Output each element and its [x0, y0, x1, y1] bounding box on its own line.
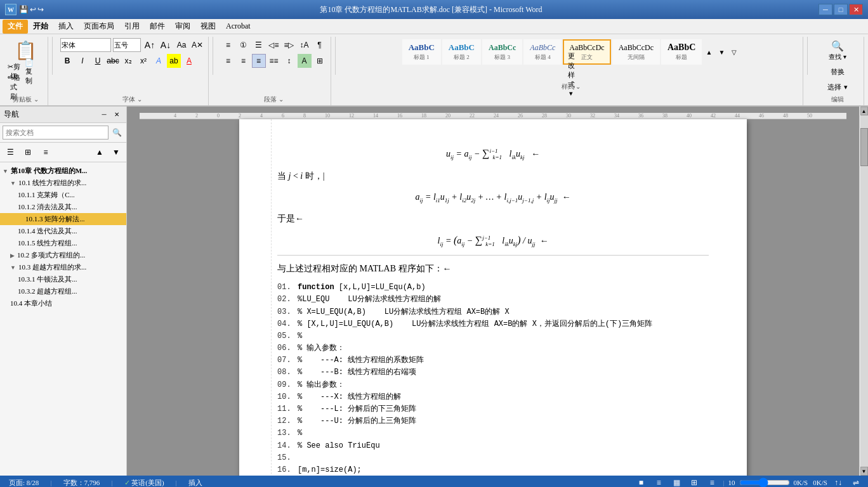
increase-indent-button[interactable]: ≡▷: [282, 38, 296, 52]
style-heading3[interactable]: AaBbCc 标题 3: [482, 39, 522, 65]
find-button[interactable]: 🔍 查找 ▾: [815, 38, 860, 63]
menu-layout[interactable]: 页面布局: [79, 20, 119, 34]
outline-btn[interactable]: ⊞: [687, 476, 701, 487]
nav-pages-view[interactable]: ⊞: [20, 145, 36, 159]
nav-results-view[interactable]: ≡: [38, 145, 53, 159]
save-quick-btn[interactable]: 💾: [19, 5, 29, 15]
tree-section10-2[interactable]: ▶ 10.2 多项式方程组的...: [0, 249, 126, 261]
draft-btn[interactable]: ≡: [705, 476, 719, 487]
nav-scroll-down[interactable]: ▼: [109, 145, 124, 159]
shading-button[interactable]: A: [298, 54, 312, 68]
numbering-button[interactable]: ①: [237, 38, 251, 52]
code-line-01: 01. function [x,L,U]=LU_Equ(A,b): [277, 282, 709, 294]
highlight-button[interactable]: ab: [167, 54, 181, 68]
styles-more[interactable]: ▽: [728, 46, 740, 58]
multilevel-button[interactable]: ☰: [252, 38, 266, 52]
line-spacing-button[interactable]: ↕: [282, 54, 296, 68]
italic-button[interactable]: I: [76, 54, 89, 68]
vertical-scrollbar[interactable]: ▲ ▼: [859, 107, 868, 476]
change-styles-button[interactable]: 更改样式 ▾: [564, 67, 578, 81]
scroll-indicator[interactable]: ↑↓: [831, 476, 845, 487]
nav-scroll-up[interactable]: ▲: [92, 145, 107, 159]
tree-10-3-1[interactable]: 10.3.1 牛顿法及其...: [0, 273, 126, 285]
text-effects-button[interactable]: A: [152, 54, 166, 68]
font-size-input[interactable]: [113, 38, 141, 52]
styles-scroll-down[interactable]: ▼: [716, 46, 727, 58]
tree-10-1-2[interactable]: 10.1.2 消去法及其...: [0, 201, 126, 213]
zoom-slider[interactable]: [739, 479, 790, 486]
bullets-button[interactable]: ≡: [221, 38, 235, 52]
format-painter-button[interactable]: ✏格式刷: [7, 80, 21, 94]
tree-item-label: 10.2 多项式方程组的...: [17, 250, 85, 260]
styles-scroll-up[interactable]: ▲: [703, 46, 714, 58]
tree-section10-4[interactable]: 10.4 本章小结: [0, 297, 126, 309]
menu-references[interactable]: 引用: [119, 20, 145, 34]
decrease-indent-button[interactable]: ◁≡: [267, 38, 281, 52]
replace-button[interactable]: 替换: [815, 65, 860, 79]
select-button[interactable]: 选择 ▾: [815, 81, 860, 94]
nav-search-button[interactable]: 🔍: [110, 126, 124, 140]
align-center-button[interactable]: ≡: [237, 54, 251, 68]
close-button[interactable]: ✕: [849, 4, 863, 15]
print-layout-btn[interactable]: ■: [634, 476, 648, 487]
tree-10-1-1[interactable]: 10.1.1 克莱姆（C...: [0, 189, 126, 201]
tree-section10-1[interactable]: ▼ 10.1 线性方程组的求...: [0, 177, 126, 189]
superscript-button[interactable]: x²: [136, 54, 150, 68]
borders-button[interactable]: ⊞: [313, 54, 327, 68]
redo-quick-btn[interactable]: ↪: [37, 5, 44, 15]
full-reading-btn[interactable]: ≡: [652, 476, 666, 487]
align-left-button[interactable]: ≡: [221, 54, 235, 68]
network-icon[interactable]: ⇌: [849, 476, 863, 487]
menu-insert[interactable]: 插入: [53, 20, 79, 34]
document-page[interactable]: uij = aij − ∑i−1k=1 likukj ← 当 j < i 时，|…: [239, 119, 747, 476]
font-name-input[interactable]: [60, 38, 111, 52]
font-case-button[interactable]: Aa: [174, 38, 188, 52]
menu-acrobat[interactable]: Acrobat: [221, 20, 256, 34]
zoom-level-left: 10: [728, 479, 735, 486]
menu-mailings[interactable]: 邮件: [145, 20, 170, 34]
scroll-track[interactable]: [860, 115, 868, 467]
tree-10-1-4[interactable]: 10.1.4 迭代法及其...: [0, 225, 126, 237]
web-layout-btn[interactable]: ▦: [669, 476, 683, 487]
tree-section10-3[interactable]: ▼ 10.3 超越方程组的求...: [0, 261, 126, 273]
tree-item-label: 10.3.1 牛顿法及其...: [18, 275, 77, 284]
scroll-down-button[interactable]: ▼: [860, 467, 868, 476]
tree-10-1-5[interactable]: 10.1.5 线性方程组...: [0, 237, 126, 249]
clear-format-button[interactable]: A✕: [190, 38, 204, 52]
menu-view[interactable]: 视图: [195, 20, 221, 34]
bold-button[interactable]: B: [60, 54, 74, 68]
font-shrink-button[interactable]: A↓: [159, 38, 173, 52]
style-heading4[interactable]: AaBbCc 标题 4: [523, 39, 562, 65]
document-area[interactable]: 4202468101214161820222426283032343638404…: [127, 107, 859, 476]
show-marks-button[interactable]: ¶: [313, 38, 327, 52]
nav-minimize[interactable]: ─: [98, 110, 110, 120]
tree-10-1-3[interactable]: 10.1.3 矩阵分解法...: [0, 213, 126, 225]
ruler: 4202468101214161820222426283032343638404…: [140, 113, 846, 119]
minimize-button[interactable]: ─: [819, 4, 832, 15]
style-no-spacing[interactable]: AaBbCcDc 无间隔: [612, 39, 660, 65]
nav-headings-view[interactable]: ☰: [3, 145, 18, 159]
tree-chapter10[interactable]: ▼ 第10章 代数方程组的M...: [0, 165, 126, 177]
menu-review[interactable]: 审阅: [170, 20, 195, 34]
sort-button[interactable]: ↕A: [298, 38, 312, 52]
style-heading2[interactable]: AaBbC 标题 2: [442, 39, 481, 65]
undo-quick-btn[interactable]: ↩: [30, 5, 36, 15]
maximize-button[interactable]: □: [834, 4, 848, 15]
strikethrough-button[interactable]: abc: [106, 54, 120, 68]
nav-close[interactable]: ✕: [111, 110, 122, 120]
underline-button[interactable]: U: [91, 54, 105, 68]
copy-button[interactable]: 📄复制: [22, 65, 36, 79]
font-grow-button[interactable]: A↑: [143, 38, 157, 52]
align-right-button[interactable]: ≡: [252, 54, 266, 68]
menu-file[interactable]: 文件: [3, 20, 28, 34]
justify-button[interactable]: ≡≡: [267, 54, 281, 68]
tree-10-3-2[interactable]: 10.3.2 超越方程组...: [0, 285, 126, 297]
menu-home[interactable]: 开始: [28, 20, 53, 34]
nav-search-input[interactable]: [3, 126, 109, 140]
style-heading1[interactable]: AaBbC 标题 1: [402, 39, 441, 65]
scroll-up-button[interactable]: ▲: [860, 107, 868, 115]
style-title[interactable]: AaBbC 标题: [661, 39, 702, 65]
scroll-thumb[interactable]: [860, 128, 868, 166]
font-color-button[interactable]: A: [182, 54, 196, 68]
subscript-button[interactable]: x₂: [121, 54, 135, 68]
